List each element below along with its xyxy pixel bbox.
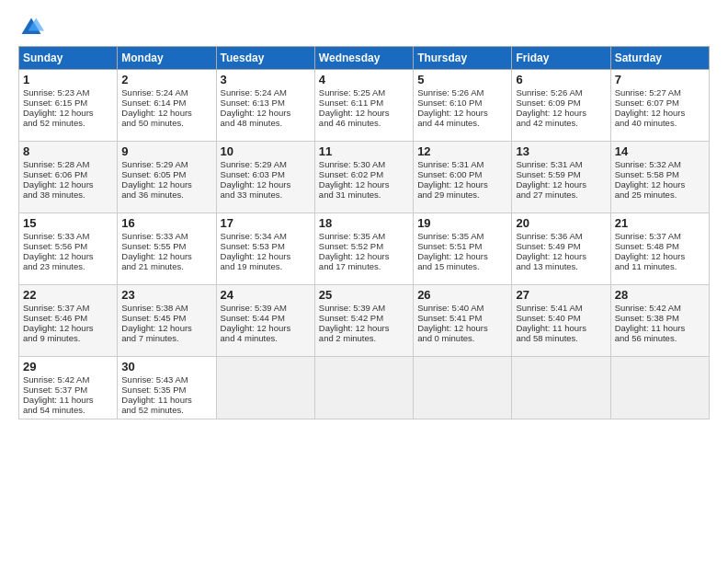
day-cell: 30Sunrise: 5:43 AMSunset: 5:35 PMDayligh… xyxy=(118,357,216,419)
day-number: 20 xyxy=(516,216,606,230)
day-info-line: and 0 minutes. xyxy=(417,333,507,343)
day-info-line: Sunset: 5:59 PM xyxy=(516,169,606,179)
day-info-line: Daylight: 12 hours xyxy=(417,179,507,190)
day-info-line: Sunrise: 5:42 AM xyxy=(23,374,113,385)
day-info-line: Sunrise: 5:37 AM xyxy=(23,303,113,313)
day-info-line: Daylight: 12 hours xyxy=(121,179,211,190)
day-info-line: Sunset: 6:15 PM xyxy=(23,98,113,108)
day-info-line: Daylight: 12 hours xyxy=(121,323,211,333)
day-info-line: Sunrise: 5:24 AM xyxy=(221,87,311,98)
day-info-line: Daylight: 12 hours xyxy=(221,323,311,333)
day-info-line: Daylight: 12 hours xyxy=(319,251,409,261)
day-info-line: Sunset: 5:37 PM xyxy=(23,385,113,395)
day-cell: 28Sunrise: 5:42 AMSunset: 5:38 PMDayligh… xyxy=(610,285,709,357)
day-cell xyxy=(216,357,314,419)
header-row xyxy=(18,15,710,40)
day-info-line: Daylight: 12 hours xyxy=(23,251,113,261)
day-info-line: Sunset: 5:42 PM xyxy=(319,313,409,323)
day-info-line: Daylight: 12 hours xyxy=(23,179,113,190)
day-cell: 25Sunrise: 5:39 AMSunset: 5:42 PMDayligh… xyxy=(314,285,413,357)
day-number: 18 xyxy=(319,216,409,230)
day-info-line: Sunrise: 5:40 AM xyxy=(417,303,507,313)
day-info-line: Daylight: 12 hours xyxy=(417,323,507,333)
day-info-line: Sunrise: 5:25 AM xyxy=(319,87,409,98)
day-info-line: and 48 minutes. xyxy=(221,118,311,128)
day-cell: 27Sunrise: 5:41 AMSunset: 5:40 PMDayligh… xyxy=(512,285,610,357)
day-cell: 1Sunrise: 5:23 AMSunset: 6:15 PMDaylight… xyxy=(19,70,118,142)
day-number: 5 xyxy=(417,73,507,86)
day-cell: 10Sunrise: 5:29 AMSunset: 6:03 PMDayligh… xyxy=(216,142,314,213)
day-cell: 22Sunrise: 5:37 AMSunset: 5:46 PMDayligh… xyxy=(19,285,118,357)
day-info-line: Sunset: 5:46 PM xyxy=(23,313,113,323)
day-cell: 8Sunrise: 5:28 AMSunset: 6:06 PMDaylight… xyxy=(19,142,118,213)
day-info-line: Daylight: 11 hours xyxy=(23,395,113,405)
day-info-line: and 15 minutes. xyxy=(417,261,507,271)
day-info-line: and 52 minutes. xyxy=(23,118,113,128)
day-info-line: Daylight: 11 hours xyxy=(121,395,211,405)
day-info-line: Daylight: 12 hours xyxy=(516,108,606,118)
day-info-line: Daylight: 12 hours xyxy=(221,179,311,190)
week-row-5: 29Sunrise: 5:42 AMSunset: 5:37 PMDayligh… xyxy=(19,357,710,419)
day-info-line: and 58 minutes. xyxy=(516,333,606,343)
header-thursday: Thursday xyxy=(414,47,512,70)
day-number: 2 xyxy=(121,73,211,86)
header-sunday: Sunday xyxy=(19,47,118,70)
day-info-line: Sunset: 6:05 PM xyxy=(121,169,211,179)
day-info-line: Sunrise: 5:39 AM xyxy=(221,303,311,313)
day-info-line: Sunrise: 5:36 AM xyxy=(516,231,606,241)
day-info-line: and 33 minutes. xyxy=(221,190,311,200)
day-info-line: Sunrise: 5:27 AM xyxy=(615,87,705,98)
day-cell: 13Sunrise: 5:31 AMSunset: 5:59 PMDayligh… xyxy=(512,142,610,213)
day-info-line: and 11 minutes. xyxy=(615,261,705,271)
day-cell: 6Sunrise: 5:26 AMSunset: 6:09 PMDaylight… xyxy=(512,70,610,142)
day-info-line: Sunset: 6:06 PM xyxy=(23,169,113,179)
day-number: 19 xyxy=(417,216,507,230)
day-number: 9 xyxy=(121,144,211,158)
day-info-line: Sunrise: 5:42 AM xyxy=(615,303,705,313)
day-info-line: Sunset: 6:10 PM xyxy=(417,98,507,108)
day-cell: 7Sunrise: 5:27 AMSunset: 6:07 PMDaylight… xyxy=(610,70,709,142)
week-row-3: 15Sunrise: 5:33 AMSunset: 5:56 PMDayligh… xyxy=(19,213,710,285)
day-number: 30 xyxy=(121,360,211,373)
day-number: 25 xyxy=(319,288,409,302)
day-cell: 29Sunrise: 5:42 AMSunset: 5:37 PMDayligh… xyxy=(19,357,118,419)
day-info-line: and 2 minutes. xyxy=(319,333,409,343)
day-info-line: Sunrise: 5:28 AM xyxy=(23,159,113,169)
day-info-line: and 31 minutes. xyxy=(319,190,409,200)
day-cell: 9Sunrise: 5:29 AMSunset: 6:05 PMDaylight… xyxy=(118,142,216,213)
day-number: 26 xyxy=(417,288,507,302)
day-cell xyxy=(314,357,413,419)
day-info-line: and 13 minutes. xyxy=(516,261,606,271)
day-number: 12 xyxy=(417,144,507,158)
day-cell: 26Sunrise: 5:40 AMSunset: 5:41 PMDayligh… xyxy=(414,285,512,357)
day-info-line: and 17 minutes. xyxy=(319,261,409,271)
day-info-line: Daylight: 12 hours xyxy=(516,251,606,261)
day-info-line: Sunset: 6:07 PM xyxy=(615,98,705,108)
day-cell: 4Sunrise: 5:25 AMSunset: 6:11 PMDaylight… xyxy=(314,70,413,142)
day-info-line: Daylight: 12 hours xyxy=(23,323,113,333)
day-info-line: Sunrise: 5:29 AM xyxy=(221,159,311,169)
day-number: 17 xyxy=(221,216,311,230)
day-info-line: Sunrise: 5:43 AM xyxy=(121,374,211,385)
day-info-line: Sunrise: 5:31 AM xyxy=(417,159,507,169)
day-number: 29 xyxy=(23,360,113,373)
day-info-line: Sunset: 5:38 PM xyxy=(615,313,705,323)
day-cell xyxy=(610,357,709,419)
day-number: 10 xyxy=(221,144,311,158)
day-info-line: Daylight: 12 hours xyxy=(121,108,211,118)
day-info-line: and 36 minutes. xyxy=(121,190,211,200)
day-info-line: Daylight: 12 hours xyxy=(221,108,311,118)
day-cell: 17Sunrise: 5:34 AMSunset: 5:53 PMDayligh… xyxy=(216,213,314,285)
day-number: 27 xyxy=(516,288,606,302)
day-info-line: and 27 minutes. xyxy=(516,190,606,200)
day-info-line: Sunset: 5:44 PM xyxy=(221,313,311,323)
day-info-line: Daylight: 12 hours xyxy=(319,323,409,333)
day-cell: 5Sunrise: 5:26 AMSunset: 6:10 PMDaylight… xyxy=(414,70,512,142)
week-row-4: 22Sunrise: 5:37 AMSunset: 5:46 PMDayligh… xyxy=(19,285,710,357)
header-friday: Friday xyxy=(512,47,610,70)
day-info-line: Daylight: 12 hours xyxy=(417,251,507,261)
day-info-line: Sunset: 5:48 PM xyxy=(615,241,705,251)
calendar-table: SundayMondayTuesdayWednesdayThursdayFrid… xyxy=(18,46,710,419)
day-cell: 11Sunrise: 5:30 AMSunset: 6:02 PMDayligh… xyxy=(314,142,413,213)
day-info-line: Daylight: 12 hours xyxy=(319,108,409,118)
